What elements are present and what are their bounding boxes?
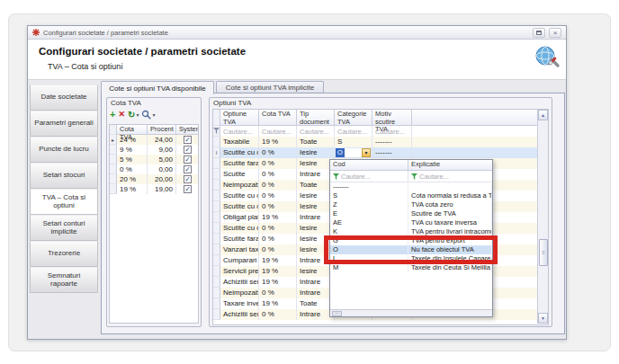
- column-header-filler: [412, 110, 548, 126]
- table-row[interactable]: 5 %5,00✓: [110, 155, 198, 164]
- row-indicator-header: [110, 125, 117, 135]
- table-row[interactable]: 9 %9,00✓: [110, 145, 198, 155]
- dropdown-filter-placeholder: Cautare...: [419, 173, 449, 181]
- column-header[interactable]: Cota TVA: [117, 125, 148, 135]
- filter-input[interactable]: Cautare...: [297, 126, 335, 137]
- search-button[interactable]: ▾: [141, 109, 155, 120]
- delete-button[interactable]: ✕: [118, 109, 125, 120]
- dropdown-item-explicatie: Cota normala si redusa a TVA: [408, 191, 492, 200]
- scroll-up-button[interactable]: ▲: [538, 110, 548, 120]
- cota-tva-cell: 20 %: [117, 174, 148, 184]
- checkbox-checked-icon[interactable]: ✓: [184, 155, 192, 164]
- filter-input[interactable]: Cautare...: [220, 126, 259, 137]
- cota-tva-cell: 0 %: [259, 288, 297, 298]
- row-indicator: [213, 255, 220, 266]
- cota-tva-cell: 0 %: [259, 201, 297, 212]
- row-indicator: [213, 288, 220, 298]
- sidebar-item[interactable]: Date societate: [30, 84, 98, 111]
- close-icon: ×: [553, 29, 558, 37]
- dropdown-column-header[interactable]: Explicatie: [408, 160, 492, 171]
- checkbox-checked-icon[interactable]: ✓: [184, 146, 192, 154]
- row-indicator: [213, 298, 220, 309]
- dropdown-item[interactable]: -------: [330, 182, 492, 191]
- dropdown-item-cod: AE: [330, 218, 408, 227]
- column-header[interactable]: Optiune TVA: [220, 110, 259, 126]
- sidebar-item[interactable]: Setari stocuri: [30, 163, 98, 189]
- sidebar-item[interactable]: Puncte de lucru: [30, 137, 98, 163]
- arrow-up-icon: ▲: [541, 112, 545, 118]
- sidebar-item[interactable]: Trezorerie: [30, 241, 98, 267]
- delete-icon: ✕: [118, 111, 125, 119]
- cota-tva-cell: 0 %: [259, 147, 297, 158]
- optiune-tva-cell: Cumparari t...: [220, 255, 259, 266]
- dropdown-item[interactable]: MTaxele din Ceuta Si Melilla: [330, 263, 492, 272]
- dropdown-grip-icon[interactable]: ⋯: [332, 311, 342, 316]
- system-cell: ✓: [176, 145, 199, 155]
- table-row[interactable]: 20 %20,00✓: [110, 174, 198, 184]
- cota-tva-cell: 0 %: [259, 158, 297, 169]
- optiune-tva-cell: Taxare inve...: [220, 298, 259, 309]
- filter-input[interactable]: Cautare...: [372, 126, 412, 137]
- cota-tva-group-title: Cota TVA: [111, 99, 141, 107]
- cota-tva-cell: 0 %: [259, 309, 297, 320]
- filter-input[interactable]: Cautare...: [335, 126, 372, 137]
- row-indicator: [213, 191, 220, 201]
- dropdown-item[interactable]: AETVA cu taxare inversa: [330, 218, 492, 227]
- column-header[interactable]: Tip document: [297, 110, 335, 126]
- sidebar-item[interactable]: Parametri generali: [30, 111, 98, 137]
- refresh-button[interactable]: ↻▾: [128, 109, 139, 120]
- cota-tva-cell: 0 %: [259, 244, 297, 255]
- dropdown-item-cod: Z: [330, 200, 408, 209]
- categorie-tva-editor[interactable]: O▾: [336, 148, 371, 157]
- add-button[interactable]: +: [110, 109, 115, 120]
- checkbox-checked-icon[interactable]: ✓: [184, 175, 192, 183]
- optiuni-tva-group-title: Optiuni TVA: [213, 99, 251, 107]
- dropdown-column-header[interactable]: Cod: [330, 160, 408, 171]
- checkbox-checked-icon[interactable]: ✓: [184, 185, 192, 193]
- vertical-scrollbar[interactable]: ▲ ▼ ≡: [537, 110, 548, 324]
- checkbox-checked-icon[interactable]: ✓: [184, 165, 192, 173]
- dropdown-item[interactable]: EScutire de TVA: [330, 209, 492, 218]
- tab-cote-disponibile[interactable]: Cote si optiuni TVA disponibile: [101, 81, 214, 94]
- dropdown-resize-bar[interactable]: ⋯: [330, 309, 492, 316]
- column-header[interactable]: System: [176, 125, 199, 135]
- cota-tva-cell: 0 %: [259, 191, 297, 201]
- dropdown-item[interactable]: SCota normala si redusa a TVA: [330, 191, 492, 200]
- column-header[interactable]: Categorie TVA: [335, 110, 372, 126]
- filter-input[interactable]: Cautare...: [259, 126, 297, 137]
- table-row[interactable]: 0 %0,00✓: [110, 164, 198, 174]
- sidebar-item[interactable]: Setari conturi implicite: [30, 215, 98, 241]
- cota-tva-cell: 0 %: [259, 234, 297, 244]
- tip-document-cell: Toate: [297, 137, 335, 147]
- table-row[interactable]: ▸24 %24,00✓: [110, 135, 198, 145]
- tab-cote-implicite[interactable]: Cote si optiuni TVA implicite: [216, 81, 324, 93]
- restore-button[interactable]: [533, 28, 545, 38]
- column-header[interactable]: Cota TVA: [259, 110, 297, 126]
- procent-cell: 19,00: [148, 184, 176, 194]
- cota-tva-cell: 19 %: [259, 137, 297, 147]
- optiune-tva-cell: Achizitii ser...: [220, 309, 259, 320]
- dropdown-item[interactable]: ZTVA cota zero: [330, 200, 492, 209]
- table-row[interactable]: IScutite cu d...0 %IesireO▾-------: [213, 147, 548, 158]
- row-indicator: [213, 309, 220, 320]
- filter-row-indicator: [213, 126, 220, 137]
- scroll-down-button[interactable]: ▼: [538, 313, 548, 324]
- checkbox-checked-icon[interactable]: ✓: [184, 136, 192, 144]
- table-row[interactable]: Taxabile19 %ToateS-------: [213, 137, 548, 147]
- scrollbar-thumb[interactable]: ≡: [539, 239, 548, 266]
- tip-document-cell: Iesire: [297, 147, 335, 158]
- table-row[interactable]: 19 %19,00✓: [110, 184, 198, 194]
- column-header[interactable]: Procent: [148, 125, 176, 135]
- row-indicator: [213, 266, 220, 277]
- dropdown-button[interactable]: ▾: [362, 148, 371, 157]
- optiune-tva-cell: Scutite cu d...: [220, 201, 259, 212]
- dropdown-filter-input[interactable]: Cautare...: [330, 171, 408, 182]
- close-button[interactable]: ×: [549, 28, 561, 38]
- system-cell: ✓: [176, 174, 199, 184]
- editor-spacer: [345, 148, 362, 157]
- sidebar-item[interactable]: TVA – Cota si optiuni: [30, 189, 98, 215]
- column-header[interactable]: Motiv scutire TVA: [372, 110, 412, 126]
- dropdown-filter-input[interactable]: Cautare...: [408, 171, 492, 182]
- sidebar-item[interactable]: Semnaturi rapoarte: [30, 267, 98, 293]
- row-indicator: [213, 212, 220, 223]
